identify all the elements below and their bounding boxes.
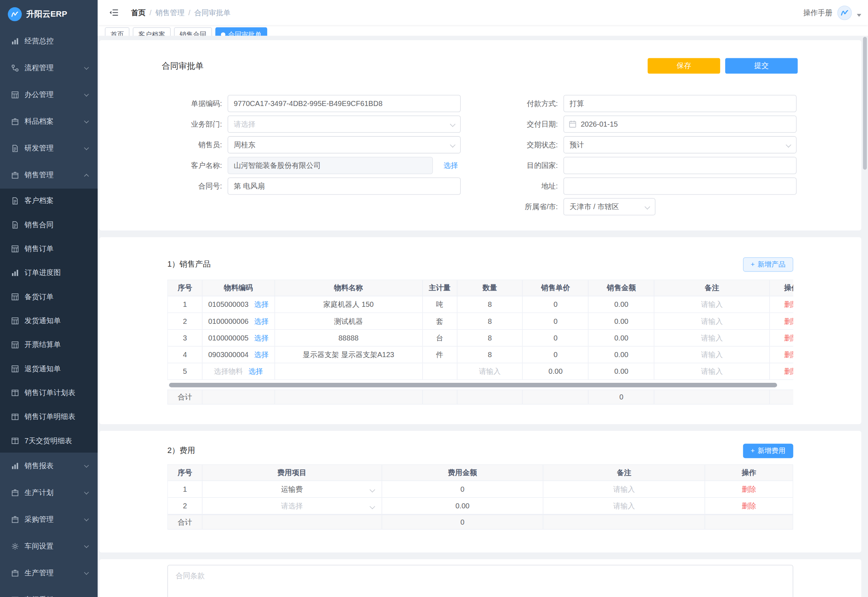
delete-row-link[interactable]: 删除 <box>784 299 793 309</box>
header-cell: 数量 <box>457 280 523 296</box>
cell-note[interactable]: 请输入 <box>655 330 770 346</box>
contract-no-input[interactable] <box>228 177 461 195</box>
cell-qty[interactable]: 8 <box>457 347 523 363</box>
cell-note[interactable]: 请输入 <box>655 296 770 313</box>
delete-row-link[interactable]: 删除 <box>784 333 793 343</box>
expenses-total-row: 合计 0 <box>168 514 793 530</box>
avatar[interactable] <box>837 6 852 20</box>
sidebar-item-7day-delivery-detail[interactable]: 7天交货明细表 <box>0 429 98 453</box>
sidebar: 升阳云ERP 经营总控 流程管理 办公管理 料品档案 研发管理 销 <box>0 0 98 597</box>
sidebar-item-sales-report[interactable]: 销售报表 <box>0 453 98 480</box>
cell-note[interactable]: 请输入 <box>655 313 770 329</box>
add-expense-button[interactable]: + 新增费用 <box>743 444 793 458</box>
cell-price[interactable]: 0 <box>523 296 589 313</box>
sidebar-item-material-archive[interactable]: 料品档案 <box>0 108 98 135</box>
cell-price[interactable]: 0.00 <box>523 363 589 380</box>
chevron-down-icon <box>84 119 89 123</box>
grid-icon <box>11 316 19 325</box>
caret-down-icon[interactable] <box>857 14 861 16</box>
contract-terms-textarea[interactable] <box>167 565 794 597</box>
dest-country-label: 目的国家: <box>466 160 558 171</box>
logo-icon <box>8 7 22 21</box>
sidebar-item-purchase-mgmt[interactable]: 采购管理 <box>0 506 98 533</box>
sidebar-item-process-mgmt[interactable]: 流程管理 <box>0 55 98 82</box>
sidebar-item-office-mgmt[interactable]: 办公管理 <box>0 82 98 108</box>
sidebar-item-delivery-notice[interactable]: 发货通知单 <box>0 309 98 333</box>
sidebar-item-production-mgmt[interactable]: 生产管理 <box>0 560 98 587</box>
delete-row-link[interactable]: 删除 <box>742 484 756 494</box>
cell-qty[interactable]: 8 <box>457 330 523 346</box>
cell-price[interactable]: 0 <box>523 330 589 346</box>
breadcrumb-home[interactable]: 首页 <box>131 7 145 18</box>
cell-qty[interactable]: 8 <box>457 296 523 313</box>
sidebar-item-production-plan[interactable]: 生产计划 <box>0 480 98 506</box>
delete-row-link[interactable]: 删除 <box>784 349 793 359</box>
products-section-title: 1）销售产品 <box>167 260 211 270</box>
document-icon <box>11 197 19 205</box>
sales-submenu: 客户档案 销售合同 销售订单 订单进度图 备货订单 发货通知单 <box>0 189 98 453</box>
vertical-scrollbar[interactable] <box>863 37 867 170</box>
cell-qty[interactable]: 请输入 <box>457 363 523 380</box>
products-table: 序号 物料编码 物料名称 主计量 数量 销售单价 销售金额 备注 操作 1 01… <box>167 280 794 380</box>
cell-note[interactable]: 请输入 <box>655 363 770 380</box>
sidebar-item-sales-mgmt[interactable]: 销售管理 <box>0 162 98 189</box>
sidebar-item-stock-order[interactable]: 备货订单 <box>0 285 98 309</box>
cell-expense-amount[interactable]: 0.00 <box>382 498 544 514</box>
horizontal-scrollbar[interactable] <box>167 383 794 387</box>
manual-link[interactable]: 操作手册 <box>803 7 832 18</box>
sidebar-item-sales-order-plan[interactable]: 销售订单计划表 <box>0 381 98 404</box>
cell-price[interactable]: 0 <box>523 347 589 363</box>
submit-button[interactable]: 提交 <box>725 58 798 73</box>
dest-country-input[interactable] <box>563 157 797 174</box>
sidebar-item-customer-files[interactable]: 客户档案 <box>0 189 98 212</box>
choose-customer-link[interactable]: 选择 <box>443 160 458 171</box>
select-material-link[interactable]: 选择 <box>254 299 269 309</box>
window-icon <box>11 437 19 445</box>
cell-material-code: 选择物料 选择 <box>203 363 275 380</box>
select-material-link[interactable]: 选择 <box>249 367 263 377</box>
sidebar-item-rd-mgmt[interactable]: 研发管理 <box>0 135 98 162</box>
box-icon <box>11 489 19 497</box>
cell-expense-item[interactable]: 运输费 <box>203 481 382 498</box>
dept-select-input[interactable] <box>228 116 461 133</box>
header-cell: 序号 <box>168 280 203 296</box>
cell-note[interactable]: 请输入 <box>655 347 770 363</box>
delivery-date-input[interactable] <box>563 116 797 133</box>
sidebar-item-return-notice[interactable]: 退货通知单 <box>0 357 98 381</box>
cell-price[interactable]: 0 <box>523 313 589 329</box>
cell-note[interactable]: 请输入 <box>544 498 705 514</box>
address-input[interactable] <box>563 177 797 195</box>
select-material-link[interactable]: 选择 <box>254 316 269 326</box>
add-product-button[interactable]: + 新增产品 <box>743 257 793 272</box>
salesman-select-input[interactable] <box>228 136 461 153</box>
breadcrumb-sales-mgmt[interactable]: 销售管理 <box>156 7 184 18</box>
province-select-input[interactable] <box>563 198 655 215</box>
scrollbar-thumb[interactable] <box>169 383 777 387</box>
sidebar-item-business-overview[interactable]: 经营总控 <box>0 28 98 55</box>
payment-field <box>563 95 797 112</box>
select-material-link[interactable]: 选择 <box>254 333 269 343</box>
delete-row-link[interactable]: 删除 <box>742 501 756 511</box>
payment-input[interactable] <box>563 95 797 112</box>
doc-code-input[interactable] <box>228 95 461 112</box>
cell-expense-amount[interactable]: 0 <box>382 481 544 498</box>
delete-row-link[interactable]: 删除 <box>784 316 793 326</box>
delete-row-link[interactable]: 删除 <box>784 367 793 377</box>
app-logo[interactable]: 升阳云ERP <box>0 0 98 28</box>
select-material-link[interactable]: 选择 <box>254 349 269 359</box>
save-button[interactable]: 保存 <box>648 58 720 73</box>
sidebar-item-workshop-board[interactable]: 车间看板 <box>0 587 98 597</box>
sidebar-item-workshop-settings[interactable]: 车间设置 <box>0 533 98 560</box>
cell-qty[interactable]: 8 <box>457 313 523 329</box>
hamburger-icon[interactable] <box>109 8 119 17</box>
delivery-status-input[interactable] <box>563 136 797 153</box>
sidebar-item-sales-order[interactable]: 销售订单 <box>0 237 98 260</box>
chevron-down-icon <box>84 65 89 70</box>
cell-note[interactable]: 请输入 <box>544 481 705 498</box>
sidebar-item-sales-order-detail[interactable]: 销售订单明细表 <box>0 404 98 428</box>
sidebar-item-sales-contract[interactable]: 销售合同 <box>0 213 98 237</box>
customer-input[interactable] <box>228 157 433 174</box>
sidebar-item-invoice-settlement[interactable]: 开票结算单 <box>0 333 98 356</box>
sidebar-item-order-progress[interactable]: 订单进度图 <box>0 260 98 284</box>
cell-expense-item[interactable]: 请选择 <box>203 498 382 514</box>
